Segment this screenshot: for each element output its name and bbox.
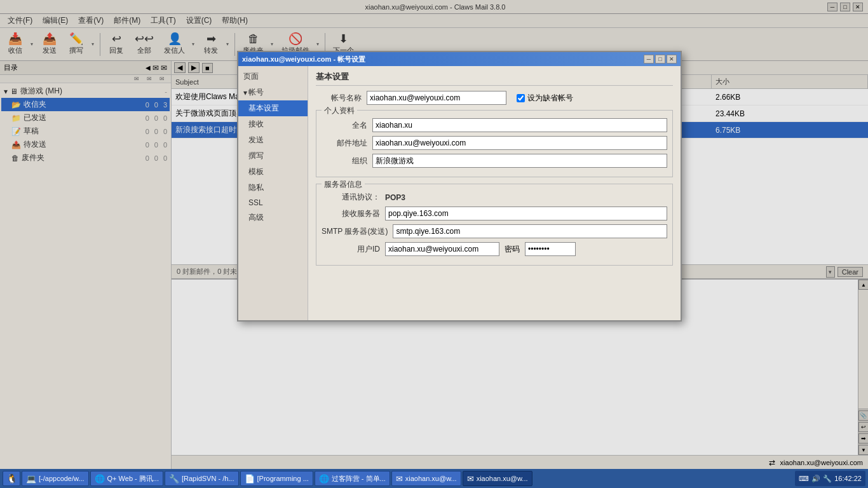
dialog-section-title: 基本设置: [316, 71, 673, 86]
svn-icon: 🔧: [169, 474, 179, 484]
org-label: 组织: [322, 156, 372, 166]
mail2-icon: ✉: [467, 474, 474, 484]
email-input[interactable]: [372, 136, 667, 150]
org-input[interactable]: [372, 154, 667, 168]
dialog-overlay: xiaohan.xu@weiyouxi.com - 帐号设置 ─ □ ✕ 页面 …: [0, 0, 868, 469]
server-info-section: 服务器信息 通讯协议： POP3 接收服务器: [316, 184, 673, 266]
email-label: 邮件地址: [322, 138, 372, 149]
dialog-minimize-button[interactable]: ─: [644, 55, 654, 64]
taskbar-item-svn[interactable]: 🔧 [RapidSVN - /h...: [165, 471, 239, 486]
appcode-icon: 💻: [26, 474, 36, 484]
smtp-input[interactable]: [393, 224, 667, 238]
recv-server-label: 接收服务器: [322, 208, 385, 219]
dialog-title-text: xiaohan.xu@weiyouxi.com - 帐号设置: [242, 55, 365, 64]
dialog-content: 页面 ▾ 帐号 基本设置 接收 发送 撰写 模板 隐私 SSL 高级 基: [238, 66, 681, 320]
protocol-label: 通讯协议：: [322, 192, 385, 203]
dialog-main: 基本设置 帐号名称 设为缺省帐号 个人资料: [308, 66, 681, 320]
dialog-sidebar-basic[interactable]: 基本设置: [238, 100, 308, 116]
dialog-pages-label: 页面: [238, 69, 308, 85]
taskbar: 🐧 💻 [-/appcode/w... 🌐 Q+ Web - 腾讯... 🔧 […: [0, 469, 868, 488]
fullname-input[interactable]: [372, 118, 667, 132]
taskbar-tray: ⌨ 🔊 🔧 16:42:22: [795, 471, 865, 486]
dialog-sidebar-template[interactable]: 模板: [238, 164, 308, 180]
userid-label: 用户ID: [322, 244, 385, 255]
email-row: 邮件地址: [322, 136, 667, 150]
fullname-label: 全名: [322, 120, 372, 131]
taskbar-start-button[interactable]: 🐧: [3, 471, 20, 486]
userid-input[interactable]: [385, 242, 499, 256]
dialog-account-section[interactable]: ▾ 帐号: [238, 85, 308, 100]
tray-time: 16:42:22: [834, 475, 862, 482]
dialog-maximize-button[interactable]: □: [655, 55, 665, 64]
dialog-sidebar-advanced[interactable]: 高级: [238, 210, 308, 226]
tray-volume-icon: 🔊: [811, 475, 820, 483]
dialog-sidebar-send[interactable]: 发送: [238, 132, 308, 148]
visitor-icon: 🌐: [319, 474, 329, 484]
dialog-controls: ─ □ ✕: [644, 55, 677, 64]
account-settings-dialog: xiaohan.xu@weiyouxi.com - 帐号设置 ─ □ ✕ 页面 …: [237, 51, 682, 322]
taskbar-item-mail2[interactable]: ✉ xiaohan.xu@w...: [463, 471, 532, 486]
recv-server-row: 接收服务器: [322, 207, 667, 220]
programming-icon: 📄: [245, 474, 255, 484]
dialog-sidebar-receive[interactable]: 接收: [238, 116, 308, 132]
dialog-sidebar-compose[interactable]: 撰写: [238, 148, 308, 164]
tray-network-icon: 🔧: [823, 475, 832, 483]
fullname-row: 全名: [322, 118, 667, 132]
userid-password-row: 用户ID 密码: [322, 242, 667, 256]
start-icon: 🐧: [6, 473, 17, 484]
protocol-value: POP3: [385, 193, 405, 202]
dialog-close-button[interactable]: ✕: [667, 55, 677, 64]
qweb-icon: 🌐: [95, 474, 105, 484]
org-row: 组织: [322, 154, 667, 168]
default-account-checkbox[interactable]: [517, 94, 525, 102]
tray-keyboard-icon: ⌨: [799, 475, 809, 483]
account-name-row: 帐号名称 设为缺省帐号: [316, 91, 673, 105]
taskbar-item-mail1[interactable]: ✉ xiaohan.xu@w...: [391, 471, 461, 486]
account-name-input[interactable]: [367, 91, 506, 105]
default-account-checkbox-row: 设为缺省帐号: [517, 93, 573, 104]
account-section-label: 帐号: [248, 87, 264, 98]
protocol-row: 通讯协议： POP3: [322, 192, 667, 203]
account-name-label: 帐号名称: [316, 93, 367, 104]
personal-section-content: 全名 邮件地址 组织: [322, 116, 667, 168]
personal-info-section: 个人资料 全名 邮件地址 组织: [316, 110, 673, 177]
dialog-sidebar-privacy[interactable]: 隐私: [238, 180, 308, 196]
password-input[interactable]: [525, 242, 576, 256]
taskbar-item-programming[interactable]: 📄 [Programming ...: [240, 471, 313, 486]
account-expand-icon: ▾: [243, 88, 247, 97]
smtp-label: SMTP 服务器(发送): [322, 226, 393, 237]
taskbar-item-visitor[interactable]: 🌐 过客阵营 - 简单...: [315, 471, 390, 486]
server-section-label: 服务器信息: [322, 179, 365, 190]
dialog-sidebar: 页面 ▾ 帐号 基本设置 接收 发送 撰写 模板 隐私 SSL 高级: [238, 66, 308, 320]
dialog-title-bar: xiaohan.xu@weiyouxi.com - 帐号设置 ─ □ ✕: [238, 52, 681, 66]
smtp-row: SMTP 服务器(发送): [322, 224, 667, 238]
taskbar-item-qweb[interactable]: 🌐 Q+ Web - 腾讯...: [90, 471, 163, 486]
password-label: 密码: [505, 244, 520, 255]
recv-server-input[interactable]: [385, 207, 667, 220]
personal-section-label: 个人资料: [322, 105, 357, 116]
server-section-content: 通讯协议： POP3 接收服务器 SMTP 服务器(发送): [322, 189, 667, 256]
dialog-sidebar-ssl[interactable]: SSL: [238, 196, 308, 210]
default-account-label: 设为缺省帐号: [527, 93, 573, 104]
mail1-icon: ✉: [396, 474, 403, 484]
taskbar-item-appcode[interactable]: 💻 [-/appcode/w...: [22, 471, 89, 486]
